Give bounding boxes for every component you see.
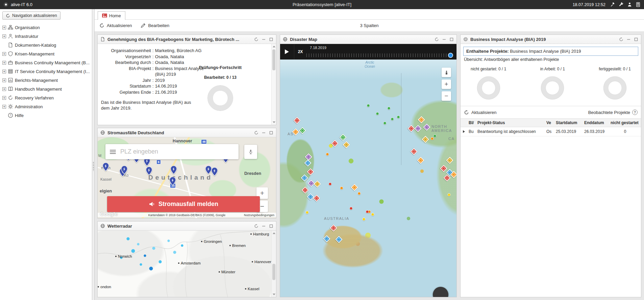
expand-icon[interactable]: +	[2, 61, 6, 65]
event-dot[interactable]	[357, 192, 361, 195]
disaster-marker[interactable]	[343, 141, 350, 148]
event-dot[interactable]	[367, 104, 370, 107]
zoom-in-button[interactable]: +	[442, 79, 451, 89]
wrench-icon[interactable]	[619, 2, 624, 7]
refresh-button[interactable]: Aktualisieren	[464, 110, 496, 115]
disaster-marker[interactable]	[418, 116, 425, 123]
panel-maximize-icon[interactable]	[269, 224, 273, 228]
panel-minimize-icon[interactable]	[442, 37, 446, 42]
column-header[interactable]: Startdatum	[554, 119, 583, 127]
disaster-marker[interactable]	[307, 193, 314, 200]
panel-refresh-icon[interactable]	[254, 131, 258, 135]
scrollbar[interactable]	[271, 231, 276, 297]
navigation-refresh-button[interactable]: Navigation aktualisieren	[2, 11, 60, 20]
scroll-up-arrow[interactable]	[273, 232, 275, 234]
timeline-track[interactable]: 7.18.2019	[306, 44, 453, 60]
zoom-out-button[interactable]: −	[442, 91, 451, 101]
disaster-marker[interactable]	[293, 117, 300, 124]
event-dot[interactable]	[376, 112, 379, 115]
disaster-marker[interactable]	[299, 127, 306, 134]
sidebar-item-administration[interactable]: + Administration	[0, 102, 92, 111]
expand-icon[interactable]: +	[2, 78, 6, 82]
panel-maximize-icon[interactable]	[449, 37, 454, 42]
event-dot[interactable]	[326, 153, 329, 156]
disaster-marker[interactable]	[313, 194, 320, 202]
panel-minimize-icon[interactable]	[262, 37, 266, 42]
expand-icon[interactable]: +	[2, 96, 6, 100]
sidebar-item-itscm[interactable]: + IT Service Continuity Management (I...	[0, 67, 92, 76]
speed-indicator[interactable]: 2X	[294, 44, 306, 60]
scroll-down-arrow[interactable]	[273, 121, 275, 123]
edit-button[interactable]: Bearbeiten	[141, 23, 169, 28]
panel-refresh-icon[interactable]	[254, 37, 258, 42]
panel-minimize-icon[interactable]	[262, 131, 266, 135]
street-view-button[interactable]	[442, 68, 451, 77]
disaster-marker[interactable]	[335, 236, 342, 243]
panel-refresh-icon[interactable]	[435, 37, 439, 42]
disaster-marker[interactable]	[301, 174, 308, 181]
expand-icon[interactable]: +	[2, 105, 6, 109]
calculator-icon[interactable]	[636, 2, 641, 7]
disaster-marker[interactable]	[410, 148, 417, 155]
disaster-marker[interactable]	[417, 157, 424, 164]
disaster-marker[interactable]	[314, 180, 321, 187]
event-dot[interactable]	[430, 137, 434, 140]
table-row[interactable]: Bu Beantwortung ist abgeschlossen Os 25.…	[461, 127, 641, 136]
hammer-icon[interactable]	[610, 2, 615, 7]
scroll-down-arrow[interactable]	[273, 294, 275, 295]
disaster-marker[interactable]	[446, 157, 453, 164]
expand-icon[interactable]: +	[2, 52, 6, 56]
power-outage-map[interactable]: HannoverDresdenDeutschlandelgienKasseler…	[98, 137, 276, 218]
event-dot[interactable]	[349, 207, 352, 210]
event-dot[interactable]	[305, 211, 308, 214]
scrollbar[interactable]	[271, 44, 276, 125]
sidebar-item-recovery-verfahren[interactable]: + Recovery Verfahren	[0, 93, 92, 102]
sidebar-item-dokumenten-katalog[interactable]: Dokumenten-Katalog	[0, 41, 92, 49]
sidebar-item-organisation[interactable]: + Organisation	[0, 23, 92, 32]
event-dot[interactable]	[340, 187, 343, 190]
panel-minimize-icon[interactable]	[262, 224, 266, 228]
event-dot[interactable]	[383, 122, 386, 125]
column-header[interactable]: Enddatum	[583, 119, 609, 127]
weather-radar-map[interactable]: NorwichGroningenBremenHamburgAmsterdamHa…	[98, 231, 276, 297]
timeline-thumb[interactable]	[448, 53, 453, 58]
panel-maximize-icon[interactable]	[269, 131, 273, 135]
event-dot[interactable]	[371, 213, 374, 216]
scroll-up-arrow[interactable]	[273, 46, 275, 47]
play-button[interactable]	[280, 44, 294, 60]
sidebar-item-infrastruktur[interactable]: + Infrastruktur	[0, 32, 92, 41]
panel-minimize-icon[interactable]	[626, 37, 631, 42]
panel-maximize-icon[interactable]	[634, 37, 638, 42]
terms-link[interactable]: Nutzungsbedingungen	[244, 213, 274, 217]
expand-icon[interactable]: +	[2, 34, 6, 38]
disaster-marker[interactable]	[351, 184, 358, 191]
power-outage-pin[interactable]	[120, 165, 128, 175]
panel-refresh-icon[interactable]	[254, 224, 258, 228]
power-outage-pin[interactable]	[170, 165, 178, 175]
sidebar-splitter[interactable]	[92, 9, 95, 300]
event-dot[interactable]	[391, 118, 394, 121]
voice-search-button[interactable]	[244, 145, 257, 159]
plz-search-input[interactable]	[120, 148, 234, 155]
disaster-marker[interactable]	[440, 165, 447, 172]
google-logo[interactable]: Google	[100, 211, 118, 217]
report-outage-button[interactable]: Stromausfall melden	[107, 196, 260, 212]
sidebar-item-bcm[interactable]: + Business Continuity Management (B...	[0, 58, 92, 67]
disaster-marker[interactable]	[407, 125, 415, 132]
disaster-marker[interactable]	[304, 159, 311, 166]
row-expander-icon[interactable]	[463, 130, 465, 133]
help-circle-icon[interactable]: ?	[632, 110, 638, 115]
disaster-marker[interactable]	[307, 180, 315, 187]
scrollbar-thumb[interactable]	[272, 264, 275, 280]
power-outage-pin[interactable]	[169, 177, 177, 186]
scrollbar-thumb[interactable]	[272, 49, 275, 70]
event-dot[interactable]	[362, 218, 365, 221]
refresh-button[interactable]: Aktualisieren	[99, 23, 132, 28]
power-outage-pin[interactable]	[102, 162, 110, 172]
splitter-grip[interactable]	[93, 162, 94, 171]
column-header[interactable]: Ve	[545, 119, 554, 127]
event-dot[interactable]	[366, 210, 369, 213]
user-icon[interactable]	[627, 2, 632, 7]
disaster-marker[interactable]	[414, 125, 421, 132]
disaster-marker[interactable]	[307, 168, 314, 175]
